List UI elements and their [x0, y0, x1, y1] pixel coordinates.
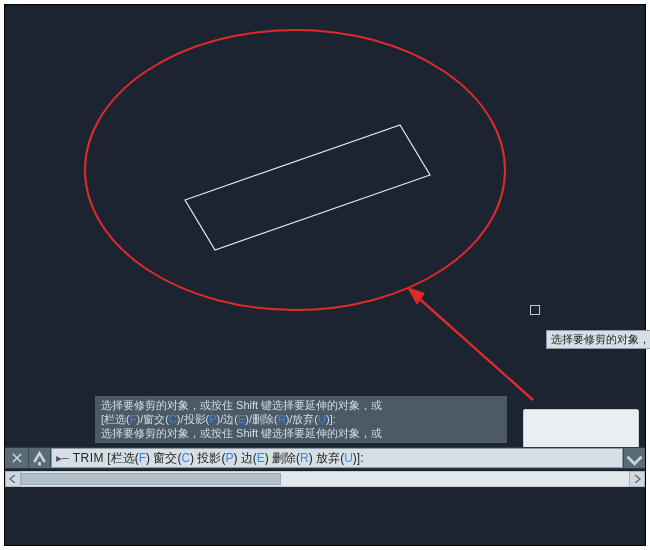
- horizontal-scrollbar[interactable]: [5, 471, 645, 487]
- history-line: [栏选(F)/窗交(C)/投影(P)/边(E)/删除(R)/放弃(U)]:: [101, 412, 501, 426]
- command-history: 选择要修剪的对象，或按住 Shift 键选择要延伸的对象，或 [栏选(F)/窗交…: [95, 396, 507, 443]
- drawing-svg: [5, 5, 645, 411]
- scrollbar-track[interactable]: [21, 471, 629, 487]
- option-e[interactable]: E: [257, 451, 265, 465]
- option-r[interactable]: R: [300, 451, 309, 465]
- command-bar: ▸– TRIM [栏选(F) 窗交(C) 投影(P) 边(E) 删除(R) 放弃…: [5, 447, 645, 469]
- option-c[interactable]: C: [181, 451, 190, 465]
- command-chevron-icon: ▸–: [56, 451, 69, 465]
- parallelogram-shape: [185, 125, 430, 250]
- crosshair-pickbox[interactable]: [530, 305, 540, 315]
- svg-line-0: [413, 293, 533, 400]
- option-u[interactable]: U: [344, 451, 353, 465]
- command-bar-config-icon[interactable]: [29, 448, 51, 468]
- prompt-tooltip: 选择要修剪的对象，或按: [546, 330, 650, 349]
- annotation-ellipse: [85, 30, 505, 310]
- scroll-left-icon[interactable]: [5, 471, 21, 487]
- history-line: 选择要修剪的对象，或按住 Shift 键选择要延伸的对象，或: [101, 398, 501, 412]
- command-bar-close-icon[interactable]: [5, 448, 29, 468]
- svg-rect-2: [38, 462, 41, 466]
- command-input[interactable]: ▸– TRIM [栏选(F) 窗交(C) 投影(P) 边(E) 删除(R) 放弃…: [51, 448, 623, 468]
- scroll-right-icon[interactable]: [629, 471, 645, 487]
- annotation-arrow: [407, 287, 533, 400]
- scrollbar-thumb[interactable]: [21, 473, 281, 485]
- model-space[interactable]: 选择要修剪的对象，或按: [5, 5, 645, 411]
- lower-filler: [5, 487, 645, 545]
- active-command-name: TRIM: [73, 451, 104, 465]
- history-line: 选择要修剪的对象，或按住 Shift 键选择要延伸的对象，或: [101, 426, 501, 440]
- app-frame: 选择要修剪的对象，或按 选择要修剪的对象，或按住 Shift 键选择要延伸的对象…: [4, 4, 646, 546]
- command-history-toggle-icon[interactable]: [623, 448, 645, 468]
- option-f[interactable]: F: [139, 451, 146, 465]
